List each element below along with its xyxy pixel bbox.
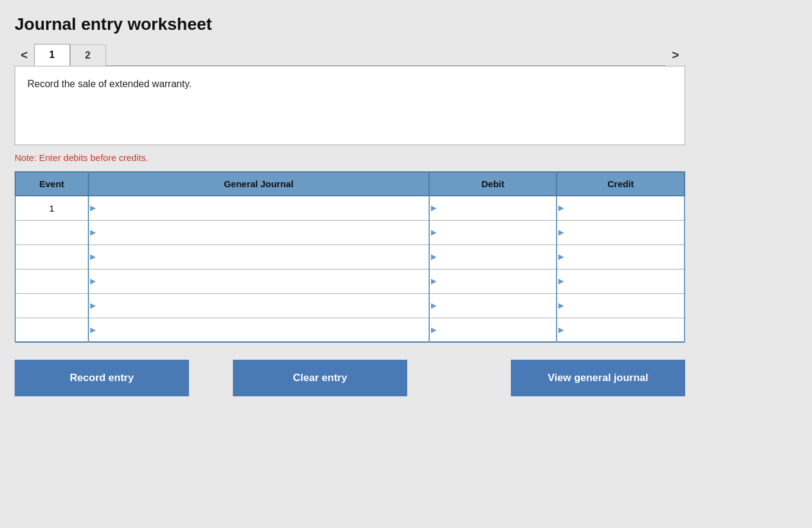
debit-input[interactable] [430, 269, 557, 293]
table-row: ▶▶▶ [15, 293, 685, 318]
debit-cell[interactable]: ▶ [429, 196, 557, 220]
debit-input[interactable] [430, 221, 557, 244]
general-journal-cell[interactable]: ▶ [88, 220, 429, 244]
next-tab-button[interactable]: > [666, 45, 685, 66]
event-cell [15, 244, 88, 269]
table-row: ▶▶▶ [15, 244, 685, 269]
credit-cell[interactable]: ▶ [557, 269, 685, 293]
general-journal-input[interactable] [89, 196, 429, 220]
tab-1[interactable]: 1 [34, 44, 70, 66]
clear-entry-button[interactable]: Clear entry [233, 360, 407, 396]
general-journal-cell[interactable]: ▶ [88, 244, 429, 269]
credit-input[interactable] [557, 196, 684, 220]
table-row: ▶▶▶ [15, 220, 685, 244]
credit-input[interactable] [557, 245, 684, 269]
event-cell: 1 [15, 196, 88, 220]
debit-input[interactable] [430, 196, 557, 220]
table-row: ▶▶▶ [15, 269, 685, 293]
general-journal-cell[interactable]: ▶ [88, 318, 429, 342]
debit-cell[interactable]: ▶ [429, 269, 557, 293]
credit-input[interactable] [557, 269, 684, 293]
event-cell [15, 269, 88, 293]
prev-tab-button[interactable]: < [15, 45, 34, 66]
credit-cell[interactable]: ▶ [557, 244, 685, 269]
note-text: Note: Enter debits before credits. [15, 152, 797, 163]
debit-input[interactable] [430, 318, 557, 342]
tab-navigation: < 1 2 > [15, 44, 685, 66]
debit-cell[interactable]: ▶ [429, 244, 557, 269]
credit-input[interactable] [557, 318, 684, 342]
general-journal-cell[interactable]: ▶ [88, 293, 429, 318]
event-cell [15, 220, 88, 244]
record-entry-button[interactable]: Record entry [15, 360, 189, 396]
debit-input[interactable] [430, 294, 557, 318]
col-header-gj: General Journal [88, 172, 429, 196]
table-row: 1▶▶▶ [15, 196, 685, 220]
col-header-event: Event [15, 172, 88, 196]
col-header-debit: Debit [429, 172, 557, 196]
general-journal-input[interactable] [89, 318, 429, 342]
credit-cell[interactable]: ▶ [557, 196, 685, 220]
debit-cell[interactable]: ▶ [429, 318, 557, 342]
view-general-journal-button[interactable]: View general journal [511, 360, 685, 396]
credit-cell[interactable]: ▶ [557, 220, 685, 244]
debit-input[interactable] [430, 245, 557, 269]
general-journal-input[interactable] [89, 294, 429, 318]
general-journal-cell[interactable]: ▶ [88, 269, 429, 293]
event-cell [15, 293, 88, 318]
action-buttons: Record entry Clear entry View general jo… [15, 360, 685, 396]
instruction-text: Record the sale of extended warranty. [27, 79, 191, 89]
general-journal-cell[interactable]: ▶ [88, 196, 429, 220]
general-journal-input[interactable] [89, 269, 429, 293]
page-title: Journal entry worksheet [15, 15, 797, 34]
credit-input[interactable] [557, 294, 684, 318]
debit-cell[interactable]: ▶ [429, 220, 557, 244]
instruction-box: Record the sale of extended warranty. [15, 66, 685, 145]
credit-input[interactable] [557, 221, 684, 244]
event-cell [15, 318, 88, 342]
debit-cell[interactable]: ▶ [429, 293, 557, 318]
col-header-credit: Credit [557, 172, 685, 196]
journal-table: Event General Journal Debit Credit 1▶▶▶▶… [15, 171, 685, 343]
credit-cell[interactable]: ▶ [557, 293, 685, 318]
tab-2[interactable]: 2 [70, 45, 106, 66]
table-row: ▶▶▶ [15, 318, 685, 342]
general-journal-input[interactable] [89, 221, 429, 244]
credit-cell[interactable]: ▶ [557, 318, 685, 342]
general-journal-input[interactable] [89, 245, 429, 269]
